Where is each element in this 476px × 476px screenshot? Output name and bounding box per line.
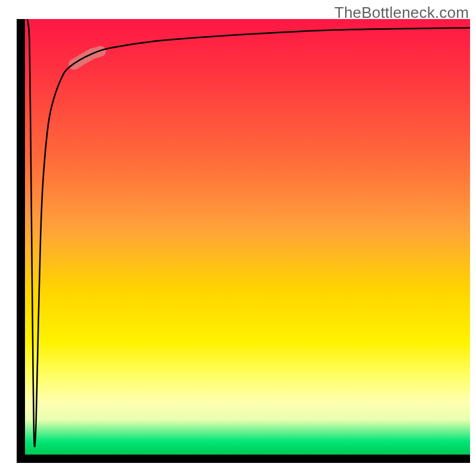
chart-frame: TheBottleneck.com — [0, 0, 476, 476]
x-axis — [17, 455, 470, 463]
y-axis — [17, 19, 25, 463]
highlight-segment — [74, 51, 101, 64]
plot-area — [25, 19, 470, 455]
curve-line — [27, 19, 470, 447]
chart-canvas — [25, 19, 470, 455]
watermark-label: TheBottleneck.com — [334, 4, 469, 22]
